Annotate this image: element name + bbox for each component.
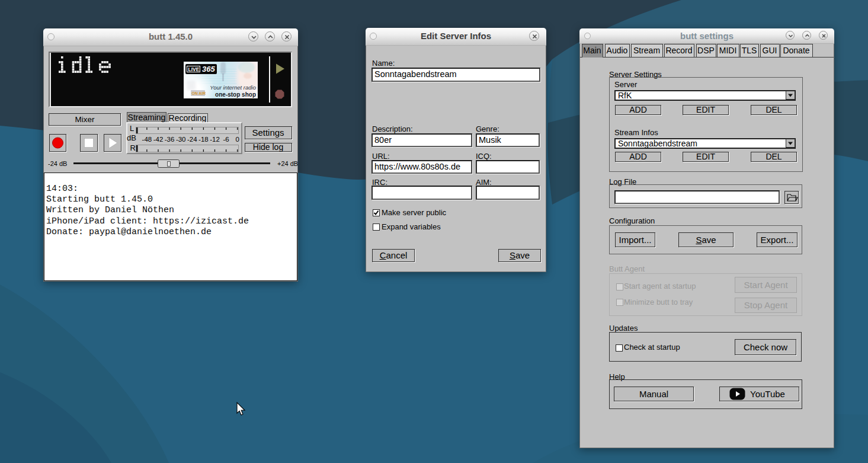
svg-text:-48: -48 [142,136,152,143]
svg-text:-42: -42 [153,136,163,143]
svg-text:-24: -24 [187,136,197,143]
svg-text:0: 0 [235,136,239,143]
svg-text:-36: -36 [164,136,174,143]
svg-text:-18: -18 [198,136,209,143]
svg-text:-12: -12 [210,136,220,143]
svg-text:-30: -30 [175,136,185,143]
svg-text:-6: -6 [223,136,229,143]
